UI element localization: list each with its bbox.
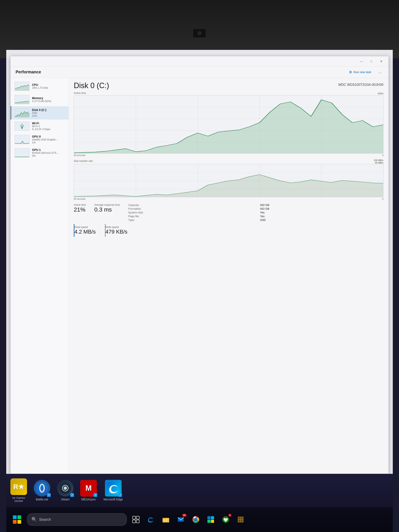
svg-rect-42 — [133, 520, 135, 523]
svg-point-50 — [195, 519, 197, 520]
sidebar-item-wifi[interactable]: Wi-Fi Wi-Fi 2 S: 8.0 R: 0 Kbps — [11, 120, 69, 133]
gpu1-thumbnail — [14, 148, 30, 157]
right-panel: Disk 0 (C:) WDC WDS100T2G0A-00JH30 Activ… — [69, 78, 388, 474]
svg-rect-51 — [207, 516, 210, 519]
minecraft-taskbar-button[interactable] — [235, 514, 247, 525]
search-bar[interactable]: 🔍 Search — [27, 513, 127, 526]
disk-mini-chart — [15, 108, 29, 117]
active-time-stat: Active time 21% — [74, 203, 86, 213]
transfer-max1: 100 MB/s — [374, 159, 383, 161]
edge-icon: ↗ — [105, 480, 121, 496]
pinned-app-steam[interactable]: ↗ Steam — [57, 480, 74, 501]
store-taskbar-button[interactable] — [205, 514, 216, 525]
memory-sub: 4.1/7.9 GB (52%) — [32, 100, 65, 103]
type-value: SSD — [260, 218, 383, 222]
page-file-value: Yes — [260, 215, 383, 218]
mail-taskbar-button[interactable]: 18 — [175, 514, 187, 525]
wifi-sub: Wi-Fi 2 — [32, 125, 65, 128]
main-content: CPU 19% 1.73 GHz Memory — [11, 78, 388, 474]
task-view-button[interactable] — [130, 514, 142, 525]
system-disk-value: Yes — [260, 211, 383, 214]
start-button[interactable] — [10, 513, 24, 526]
battlenet-label: Battle.net — [36, 498, 48, 501]
search-icon: 🔍 — [31, 517, 37, 522]
svg-rect-54 — [211, 520, 214, 523]
capacity-value: 932 GB — [260, 203, 383, 207]
svg-rect-60 — [241, 520, 243, 522]
formatted-value: 932 GB — [260, 207, 383, 210]
close-button[interactable]: ✕ — [378, 58, 385, 64]
type-label: Type: — [128, 218, 258, 222]
pinned-app-edge[interactable]: ↗ Microsoft Edge — [103, 480, 123, 501]
mail-badge: 18 — [182, 514, 187, 517]
svg-rect-40 — [133, 516, 135, 519]
transfer-max2: 60 MB/s — [375, 161, 383, 164]
svg-rect-44 — [163, 518, 169, 522]
page-file-label: Page file: — [128, 215, 258, 218]
pinned-app-megasync[interactable]: M ↗ MEGAsync — [80, 480, 97, 501]
steam-icon: ↗ — [57, 480, 74, 496]
svg-marker-21 — [74, 100, 383, 154]
edge-pinned-label: Microsoft Edge — [103, 498, 123, 501]
cpu-sub: 19% 1.73 GHz — [32, 86, 65, 89]
write-speed-item: Write speed 479 KB/s — [105, 224, 132, 237]
memory-name: Memory — [32, 96, 65, 100]
avg-response-stat-label: Average response time — [94, 203, 120, 206]
run-task-button[interactable]: ⊞ Run new task — [347, 69, 374, 75]
sidebar-item-gpu1[interactable]: GPU 1 NVIDIA GeForce GTX... 0% — [11, 146, 69, 159]
svg-rect-37 — [18, 515, 21, 519]
screen-area: — □ ✕ Performance ⊞ Run new task ... — [6, 50, 393, 532]
pinned-apps-row: R★ tar GamesUncher ↗ Battle.net — [6, 474, 393, 507]
xbox-taskbar-button[interactable]: 2 — [220, 514, 232, 525]
svg-rect-57 — [239, 518, 240, 519]
explorer-taskbar-button[interactable] — [160, 514, 172, 525]
sidebar-item-disk0[interactable]: Disk 0 (C:) SSD 21% — [11, 106, 69, 120]
disk-info-block: Capacity: 932 GB Formatted: 932 GB Syste… — [128, 203, 383, 222]
active-time-svg — [74, 95, 383, 154]
stats-row: Active time 21% Average response time 0.… — [74, 203, 383, 222]
maximize-button[interactable]: □ — [368, 58, 375, 64]
gpu1-mini-chart — [15, 148, 29, 157]
app-title: Performance — [16, 70, 41, 74]
transfer-0: 0 — [382, 198, 383, 200]
read-speed-label: Read speed — [74, 226, 96, 228]
memory-info: Memory 4.1/7.9 GB (52%) — [32, 96, 65, 103]
svg-rect-12 — [15, 148, 29, 157]
svg-rect-58 — [241, 518, 243, 519]
active-time-0: 0 — [382, 154, 383, 157]
chrome-taskbar-button[interactable] — [190, 514, 202, 525]
active-time-stat-label: Active time — [74, 203, 86, 206]
minimize-button[interactable]: — — [358, 58, 365, 64]
pinned-app-rockstar[interactable]: R★ tar GamesUncher — [10, 478, 27, 502]
wifi-name: Wi-Fi — [32, 121, 65, 125]
system-disk-label: System disk: — [128, 211, 258, 214]
svg-rect-53 — [207, 520, 210, 523]
gpu0-thumbnail — [14, 135, 30, 144]
cpu-name: CPU — [32, 83, 65, 86]
transfer-60s: 60 seconds — [74, 198, 85, 200]
run-task-label: Run new task — [354, 70, 371, 74]
svg-rect-38 — [13, 520, 17, 524]
gpu1-name: GPU 1 — [32, 148, 65, 152]
wifi-info: Wi-Fi Wi-Fi 2 S: 8.0 R: 0 Kbps — [32, 121, 65, 131]
taskbar: R★ tar GamesUncher ↗ Battle.net — [6, 474, 393, 532]
sidebar-item-cpu[interactable]: CPU 19% 1.73 GHz — [11, 80, 69, 93]
gpu1-sub2: 0% — [32, 154, 65, 157]
cpu-info: CPU 19% 1.73 GHz — [32, 83, 65, 89]
xbox-badge: 2 — [228, 514, 232, 517]
sidebar-item-gpu0[interactable]: GPU 0 Intel(R) UHD Graphic... 1% — [11, 133, 69, 146]
gpu1-info: GPU 1 NVIDIA GeForce GTX... 0% — [32, 148, 65, 157]
edge-taskbar-button[interactable] — [145, 514, 157, 525]
pinned-app-battlenet[interactable]: ↗ Battle.net — [34, 480, 50, 501]
rockstar-label: tar GamesUncher — [13, 496, 25, 502]
transfer-rate-chart — [74, 164, 383, 197]
run-task-icon: ⊞ — [349, 70, 352, 74]
formatted-label: Formatted: — [128, 207, 258, 210]
wifi-sub3: S: 8.0 R: 0 Kbps — [32, 128, 65, 131]
sidebar-item-memory[interactable]: Memory 4.1/7.9 GB (52%) — [11, 93, 69, 106]
sidebar: CPU 19% 1.73 GHz Memory — [11, 78, 69, 474]
more-button[interactable]: ... — [377, 69, 383, 75]
avg-response-stat: Average response time 0.3 ms — [94, 203, 120, 213]
svg-rect-52 — [211, 516, 214, 519]
header-actions: ⊞ Run new task ... — [347, 69, 383, 75]
